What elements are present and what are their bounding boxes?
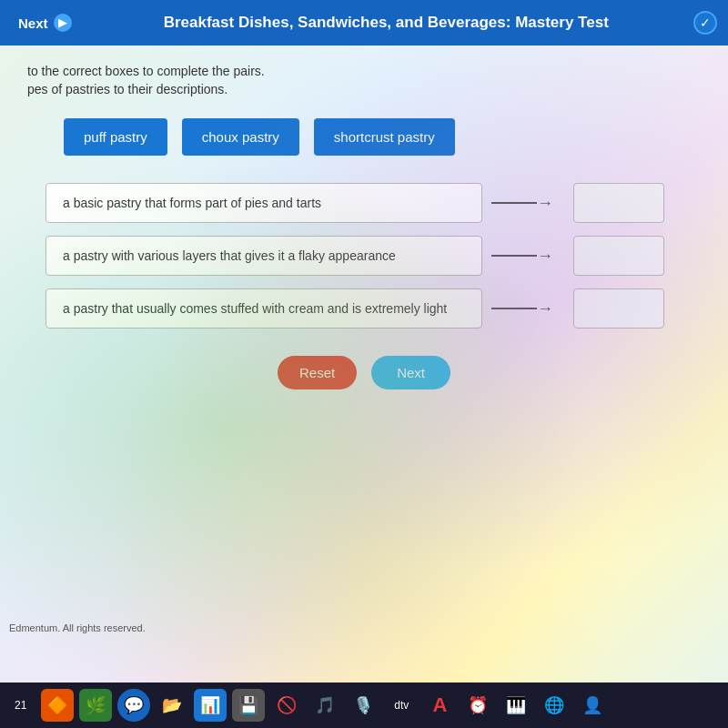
taskbar-icon-piano[interactable]: 🎹: [500, 689, 532, 722]
taskbar: 21 🔶 🌿 💬 📂 📊 💾 🚫 🎵 🎙️ dtv A ⏰ 🎹 🌐 👤: [0, 682, 728, 728]
arrow-3: [491, 299, 564, 318]
arrow-1: [491, 194, 564, 213]
description-text-1: a basic pastry that forms part of pies a…: [63, 196, 321, 210]
next-arrow-icon: ▶: [54, 14, 72, 32]
taskbar-icon-chrome[interactable]: 🌐: [538, 689, 571, 722]
pastry-options-row: puff pastry choux pastry shortcrust past…: [27, 118, 701, 156]
taskbar-icon-8[interactable]: 🎵: [308, 689, 341, 722]
next-button-main[interactable]: Next: [371, 356, 450, 389]
app-header: Next ▶ Breakfast Dishes, Sandwiches, and…: [0, 0, 728, 46]
pastry-btn-shortcrust[interactable]: shortcrust pastry: [314, 118, 455, 156]
taskbar-icon-tv[interactable]: dtv: [385, 689, 418, 722]
taskbar-icon-clock[interactable]: ⏰: [461, 689, 494, 722]
taskbar-icon-5[interactable]: 📊: [194, 689, 227, 722]
taskbar-icon-user[interactable]: 👤: [576, 689, 609, 722]
pastry-btn-choux[interactable]: choux pastry: [182, 118, 299, 156]
check-icon: ✓: [693, 11, 717, 35]
taskbar-icon-9[interactable]: 🎙️: [347, 689, 379, 722]
next-button-header[interactable]: Next ▶: [11, 10, 79, 35]
description-matching-area: a basic pastry that forms part of pies a…: [27, 183, 701, 329]
description-text-3: a pastry that usually comes stuffed with…: [63, 301, 447, 316]
date-badge: 21: [9, 697, 32, 713]
copyright-text: Edmentum. All rights reserved.: [9, 622, 146, 633]
instruction-line2: pes of pastries to their descriptions.: [27, 82, 701, 96]
description-box-3: a pastry that usually comes stuffed with…: [46, 288, 482, 329]
instruction-line1: to the correct boxes to complete the pai…: [27, 64, 701, 78]
taskbar-icon-3[interactable]: 💬: [117, 689, 150, 722]
action-buttons-row: Reset Next: [27, 356, 701, 389]
description-text-2: a pastry with various layers that gives …: [63, 248, 396, 263]
pastry-btn-puff[interactable]: puff pastry: [64, 118, 167, 156]
main-content: to the correct boxes to complete the pai…: [0, 46, 728, 682]
next-label-header: Next: [18, 15, 48, 31]
answer-box-3[interactable]: [573, 288, 664, 329]
arrow-2: [491, 247, 564, 266]
taskbar-icon-2[interactable]: 🌿: [79, 689, 112, 722]
description-box-2: a pastry with various layers that gives …: [46, 236, 482, 276]
answer-box-1[interactable]: [573, 183, 664, 223]
taskbar-icon-6[interactable]: 💾: [232, 689, 265, 722]
description-box-1: a basic pastry that forms part of pies a…: [46, 183, 482, 223]
reset-button[interactable]: Reset: [278, 356, 357, 389]
page-title: Breakfast Dishes, Sandwiches, and Bevera…: [97, 14, 675, 32]
description-row-3: a pastry that usually comes stuffed with…: [46, 288, 701, 329]
description-row-2: a pastry with various layers that gives …: [46, 236, 701, 276]
taskbar-icon-7[interactable]: 🚫: [270, 689, 303, 722]
taskbar-icon-a[interactable]: A: [423, 689, 456, 722]
taskbar-icon-4[interactable]: 📂: [156, 689, 188, 722]
description-row-1: a basic pastry that forms part of pies a…: [46, 183, 701, 223]
answer-box-2[interactable]: [573, 236, 664, 276]
taskbar-icon-1[interactable]: 🔶: [41, 689, 74, 722]
